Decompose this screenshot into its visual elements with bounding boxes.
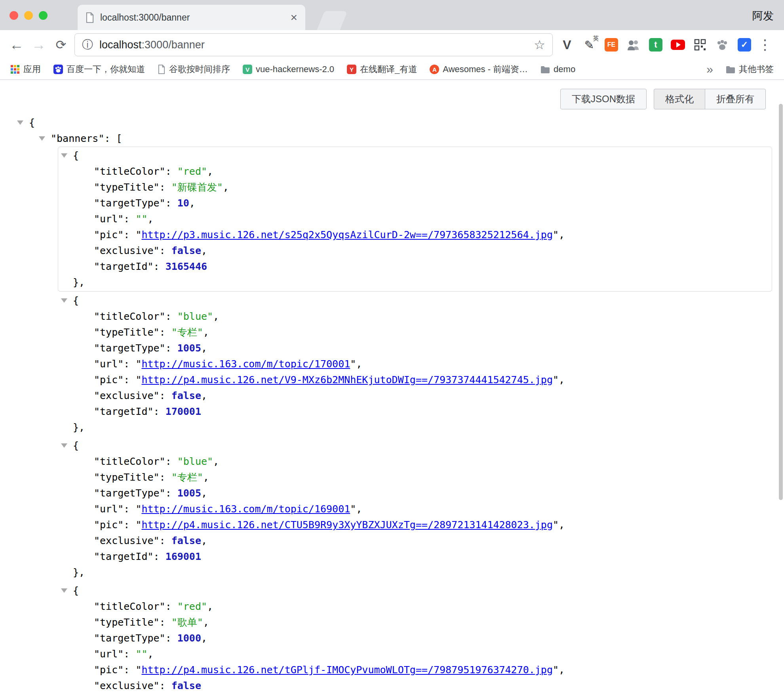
collapse-toggle-icon[interactable] xyxy=(61,153,67,158)
collapse-toggle-icon[interactable] xyxy=(61,588,67,593)
json-array-item: {"titleColor": "red","typeTitle": "新碟首发"… xyxy=(58,147,772,292)
window-zoom-button[interactable] xyxy=(39,11,48,20)
tab-close-icon[interactable]: × xyxy=(290,11,297,23)
json-url-link[interactable]: http://p4.music.126.net/V9-MXz6b2MNhEKju… xyxy=(141,374,553,386)
json-colon: : xyxy=(124,648,135,660)
apps-grid-icon xyxy=(10,65,20,74)
format-button[interactable]: 格式化 xyxy=(654,89,705,109)
json-line: "url": "http://music.163.com/m/topic/170… xyxy=(58,356,772,372)
json-key: "url" xyxy=(94,213,124,225)
json-url-link[interactable]: http://p4.music.126.net/tGPljf-IMOCyPvum… xyxy=(141,664,553,676)
collapse-toggle-icon[interactable] xyxy=(61,298,67,303)
bookmarks-bar: 应用 百度一下，你就知道 谷歌按时间排序 V vue-hackernews-2.… xyxy=(0,59,784,80)
bookmark-google-sort[interactable]: 谷歌按时间排序 xyxy=(158,63,230,75)
json-array-item: {"titleColor": "blue","typeTitle": "专栏",… xyxy=(58,292,772,437)
json-comma: , xyxy=(559,374,565,386)
json-key: "titleColor" xyxy=(94,456,166,467)
json-quote: " xyxy=(350,503,356,515)
json-array-item: {"titleColor": "blue","typeTitle": "专栏",… xyxy=(58,437,772,582)
collapse-toggle-icon[interactable] xyxy=(39,136,45,141)
bookmarks-overflow-icon[interactable]: » xyxy=(706,63,713,75)
json-quote: " xyxy=(135,664,141,676)
blue-check-extension-icon[interactable]: ✓ xyxy=(736,37,752,53)
json-colon: : xyxy=(166,342,177,354)
json-key: "targetType" xyxy=(94,632,166,644)
browser-tab[interactable]: localhost:3000/banner × xyxy=(78,5,305,30)
json-colon: : xyxy=(154,261,166,272)
json-url-link[interactable]: http://p4.music.126.net/CTU5B9R9y3XyYBZX… xyxy=(141,519,553,531)
page-icon xyxy=(158,65,166,74)
bookmark-star-icon[interactable]: ☆ xyxy=(534,38,545,51)
json-string: "red" xyxy=(177,601,207,612)
baidu-paw-icon xyxy=(53,65,63,74)
bookmark-awesomes[interactable]: A Awesomes - 前端资… xyxy=(430,63,528,75)
json-key: "targetType" xyxy=(94,487,166,499)
json-quote: " xyxy=(553,229,559,241)
fe-extension-icon[interactable]: FE xyxy=(603,37,619,53)
json-line: "exclusive": false, xyxy=(58,533,772,549)
bookmark-folder-others[interactable]: 其他书签 xyxy=(726,63,774,75)
bookmark-apps[interactable]: 应用 xyxy=(10,63,41,75)
json-colon: : xyxy=(124,374,135,386)
window-minimize-button[interactable] xyxy=(24,11,33,20)
bookmark-youdao-translate[interactable]: Y 在线翻译_有道 xyxy=(347,63,417,75)
url-text[interactable]: localhost:3000/banner xyxy=(99,39,534,51)
json-url-link[interactable]: http://music.163.com/m/topic/170001 xyxy=(141,358,350,370)
download-json-button[interactable]: 下载JSON数据 xyxy=(560,89,647,109)
address-bar[interactable]: ⓘ localhost:3000/banner ☆ xyxy=(74,33,553,56)
collapse-toggle-icon[interactable] xyxy=(17,120,23,125)
json-quote: " xyxy=(135,229,141,241)
profile-name[interactable]: 阿发 xyxy=(752,9,774,23)
page-favicon-icon xyxy=(86,12,94,23)
json-line: "banners": [ xyxy=(0,131,784,147)
json-line: "targetType": 1005, xyxy=(58,340,772,356)
json-comma: , xyxy=(559,519,565,531)
collapse-toggle-icon[interactable] xyxy=(61,443,67,448)
json-literal: false xyxy=(171,245,201,256)
bookmark-vue-hackernews[interactable]: V vue-hackernews-2.0 xyxy=(243,64,334,74)
qr-code-extension-icon[interactable] xyxy=(692,37,708,53)
json-key: "exclusive" xyxy=(94,680,160,691)
play-icon xyxy=(671,40,685,50)
paw-extension-icon[interactable] xyxy=(714,37,730,53)
awesomes-icon: A xyxy=(430,65,439,74)
json-line: "typeTitle": "专栏", xyxy=(58,325,772,340)
json-line: "url": "", xyxy=(58,211,772,227)
forward-icon[interactable]: → xyxy=(28,38,50,52)
reload-icon[interactable]: ⟳ xyxy=(50,38,72,51)
json-colon: : xyxy=(124,213,135,225)
json-brace: }, xyxy=(73,277,85,288)
tampermonkey-extension-icon[interactable]: t xyxy=(648,37,664,53)
json-colon: : xyxy=(160,390,171,401)
json-colon: : xyxy=(124,503,135,515)
json-comma: , xyxy=(207,601,213,612)
json-quote: " xyxy=(553,519,559,531)
scrollbar-thumb[interactable] xyxy=(779,104,783,500)
browser-toolbar: ← → ⟳ ⓘ localhost:3000/banner ☆ V ✎英 FE … xyxy=(0,30,784,59)
page-info-icon[interactable]: ⓘ xyxy=(82,39,93,50)
collapse-all-button[interactable]: 折叠所有 xyxy=(705,89,766,109)
back-icon[interactable]: ← xyxy=(6,38,28,52)
browser-menu-icon[interactable]: ⋮ xyxy=(757,38,773,52)
json-colon: : xyxy=(166,166,177,177)
json-comma: , xyxy=(213,311,219,322)
org-people-extension-icon[interactable] xyxy=(626,37,641,53)
new-tab-button[interactable] xyxy=(317,11,347,30)
json-key: "exclusive" xyxy=(94,245,160,256)
json-url-link[interactable]: http://p3.music.126.net/s25q2x5QyqsAzilC… xyxy=(141,229,553,241)
json-line: "titleColor": "red", xyxy=(58,164,772,179)
json-colon: : xyxy=(160,617,171,628)
json-url-link[interactable]: http://music.163.com/m/topic/169001 xyxy=(141,503,350,515)
json-comma: , xyxy=(207,166,213,177)
json-colon: : xyxy=(124,358,135,370)
vimium-extension-icon[interactable]: V xyxy=(559,37,575,53)
window-close-button[interactable] xyxy=(10,11,18,20)
youtube-extension-icon[interactable] xyxy=(670,37,686,53)
youdao-dict-extension-icon[interactable]: ✎英 xyxy=(581,37,597,53)
json-array-item: {"titleColor": "red","typeTitle": "歌单","… xyxy=(58,582,772,694)
json-key: "targetType" xyxy=(94,342,166,354)
json-quote: " xyxy=(553,664,559,676)
bookmark-folder-demo[interactable]: demo xyxy=(540,64,575,74)
json-key: "banners" xyxy=(51,133,104,144)
bookmark-baidu[interactable]: 百度一下，你就知道 xyxy=(53,63,145,75)
